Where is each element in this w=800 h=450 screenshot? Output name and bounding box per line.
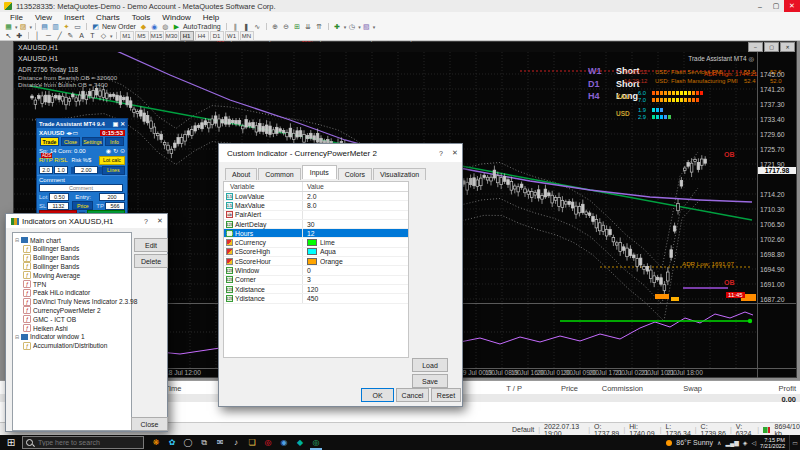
zoom-in-icon[interactable]: ⊕ bbox=[270, 22, 281, 31]
celebration-icon[interactable]: ✿ bbox=[164, 435, 180, 450]
lines-button[interactable]: Lines bbox=[102, 166, 125, 175]
tile-windows-icon[interactable]: ⊞ bbox=[292, 22, 303, 31]
input-row-lowvalue[interactable]: 1.5LowValue2.0 bbox=[224, 192, 408, 201]
input-row-window[interactable]: 123Window0 bbox=[224, 266, 408, 275]
terminal-column-profit[interactable]: Profit bbox=[778, 384, 796, 393]
defender-icon[interactable]: ◈ bbox=[743, 439, 748, 446]
risk-input[interactable] bbox=[74, 166, 98, 174]
trendline-icon[interactable]: ╱ bbox=[54, 31, 65, 40]
lot-input[interactable] bbox=[49, 193, 69, 201]
tree-item[interactable]: ƒCurrencyPowerMeter 2 bbox=[23, 306, 101, 314]
panel-tab-info[interactable]: Info bbox=[105, 137, 124, 146]
close-dialog-button[interactable]: Close bbox=[131, 417, 168, 431]
panel-tab-trade[interactable]: Trade bbox=[40, 137, 59, 146]
panel-close-icon[interactable]: ✕ bbox=[120, 121, 125, 127]
timeframe-h1[interactable]: H1 bbox=[180, 31, 194, 41]
tree-group[interactable]: ⊟Main chart bbox=[15, 236, 61, 244]
dialog-tab-colors[interactable]: Colors bbox=[338, 168, 372, 180]
price-button[interactable]: Price bbox=[72, 201, 93, 210]
dialog-close-icon[interactable]: ✕ bbox=[448, 148, 462, 159]
cursor-icon[interactable]: ↖ bbox=[3, 31, 14, 40]
input-value[interactable]: 30 bbox=[302, 220, 409, 228]
periods-icon[interactable]: ◷▾ bbox=[346, 22, 361, 31]
comment-input[interactable] bbox=[39, 184, 123, 192]
custom-indicator-titlebar[interactable]: Custom Indicator - CurrencyPowerMeter 2 … bbox=[219, 144, 462, 162]
vertical-line-icon[interactable]: │ bbox=[32, 31, 43, 40]
new-chart-icon[interactable]: ▦▾ bbox=[3, 22, 18, 31]
taskbar-search[interactable] bbox=[22, 436, 144, 449]
terminal-column-tp[interactable]: T / P bbox=[506, 384, 522, 393]
terminal-column-commission[interactable]: Commission bbox=[602, 384, 643, 393]
search-input[interactable] bbox=[36, 438, 140, 447]
input-value[interactable]: Orange bbox=[302, 257, 409, 265]
help-icon[interactable]: ? bbox=[139, 216, 153, 227]
camera-icon[interactable]: ▣ bbox=[113, 121, 118, 127]
text-label-icon[interactable]: A bbox=[76, 31, 87, 40]
data-window-icon[interactable]: ▥ bbox=[50, 22, 61, 31]
notification-center-icon[interactable]: ▭ bbox=[789, 435, 800, 450]
menu-file[interactable]: File bbox=[4, 13, 29, 22]
tree-item[interactable]: ƒTPN bbox=[23, 280, 46, 288]
input-value[interactable]: 3 bbox=[302, 276, 409, 284]
input-row-cscorehigh[interactable]: cScoreHighAqua bbox=[224, 248, 408, 257]
shapes-icon[interactable]: ◇▾ bbox=[98, 31, 113, 40]
weather-label[interactable]: 86°F Sunny bbox=[676, 439, 713, 446]
terminal-icon[interactable]: ▭ bbox=[72, 22, 83, 31]
input-value[interactable]: 0 bbox=[302, 266, 409, 274]
cortana-icon[interactable]: ◯ bbox=[180, 435, 196, 450]
tree-item[interactable]: ƒBollinger Bands bbox=[23, 245, 79, 253]
cancel-button[interactable]: Cancel bbox=[396, 388, 429, 402]
music-icon[interactable]: ♪ bbox=[228, 435, 244, 450]
profiles-icon[interactable]: ▨▾ bbox=[18, 22, 33, 31]
timeframe-h4[interactable]: H4 bbox=[195, 31, 209, 41]
network-icon[interactable]: ▂▄▆ bbox=[725, 439, 738, 446]
folder-icon[interactable]: ▭ bbox=[72, 129, 78, 136]
tp-input[interactable] bbox=[105, 202, 125, 210]
input-row-pairalert[interactable]: abPairAlert bbox=[224, 211, 408, 220]
input-row-ccurrency[interactable]: cCurrencyLime bbox=[224, 239, 408, 248]
trade-assistant-titlebar[interactable]: Trade Assistant MT4 9.4 ▣ ✕ bbox=[37, 119, 127, 128]
lot-calc-button[interactable]: Lot calc bbox=[99, 156, 125, 165]
refresh-icon[interactable]: ↻ bbox=[113, 148, 118, 154]
reset-button[interactable]: Reset bbox=[431, 388, 461, 402]
minimize-button[interactable]: – bbox=[752, 0, 768, 12]
chart-window-titlebar[interactable]: XAUUSD,H1 – ▢ ✕ bbox=[14, 42, 796, 52]
edit-indicator-button[interactable]: Edit bbox=[134, 238, 168, 252]
arrows-icon[interactable]: T bbox=[87, 31, 98, 40]
menu-help[interactable]: Help bbox=[197, 13, 225, 22]
input-row-maxvalue[interactable]: 1.5MaxValue8.0 bbox=[224, 201, 408, 210]
start-button[interactable]: ⊞ bbox=[0, 435, 22, 450]
menu-charts[interactable]: Charts bbox=[90, 13, 126, 22]
maximize-button[interactable]: ▢ bbox=[768, 0, 784, 12]
search-highlights-icon[interactable]: ❋ bbox=[148, 435, 164, 450]
terminal-column-swap[interactable]: Swap bbox=[683, 384, 702, 393]
tree-group[interactable]: ⊟Indicator window 1 bbox=[15, 333, 85, 341]
file-explorer-icon[interactable]: ❏ bbox=[244, 435, 260, 450]
input-row-cscorehour[interactable]: cScoreHourOrange bbox=[224, 257, 408, 266]
timeframe-d1[interactable]: D1 bbox=[210, 31, 224, 41]
indicators-icon[interactable]: ✚▾ bbox=[332, 22, 347, 31]
market-watch-icon[interactable]: ▤ bbox=[39, 22, 50, 31]
teal-app-icon[interactable]: ◆ bbox=[292, 435, 308, 450]
chart-close-icon[interactable]: ✕ bbox=[780, 42, 795, 52]
dialog-close-icon[interactable]: ✕ bbox=[153, 216, 167, 227]
tree-item[interactable]: ƒBollinger Bands bbox=[23, 262, 79, 270]
delete-indicator-button[interactable]: Delete bbox=[134, 254, 168, 268]
timeframe-mn[interactable]: MN bbox=[240, 31, 254, 41]
input-value[interactable] bbox=[302, 211, 409, 219]
chart-restore-icon[interactable]: ▢ bbox=[764, 42, 779, 52]
navigator-icon[interactable]: ✦ bbox=[61, 22, 72, 31]
input-value[interactable]: Aqua bbox=[302, 248, 409, 256]
timeframe-w1[interactable]: W1 bbox=[225, 31, 239, 41]
sl-input[interactable] bbox=[47, 202, 69, 210]
opera-icon[interactable]: ◎ bbox=[260, 435, 276, 450]
crosshair-icon[interactable]: ✚ bbox=[14, 31, 25, 40]
input-value[interactable]: Lime bbox=[302, 239, 409, 247]
menu-view[interactable]: View bbox=[29, 13, 58, 22]
input-value[interactable]: 450 bbox=[302, 294, 409, 302]
tree-item[interactable]: ƒHeiken Ashi bbox=[23, 324, 68, 332]
timeframe-m30[interactable]: M30 bbox=[165, 31, 179, 41]
opera-gx-icon[interactable]: ◎ bbox=[308, 435, 324, 450]
entry-input[interactable] bbox=[99, 193, 125, 201]
lock-icon[interactable]: ⊙ bbox=[120, 148, 125, 154]
